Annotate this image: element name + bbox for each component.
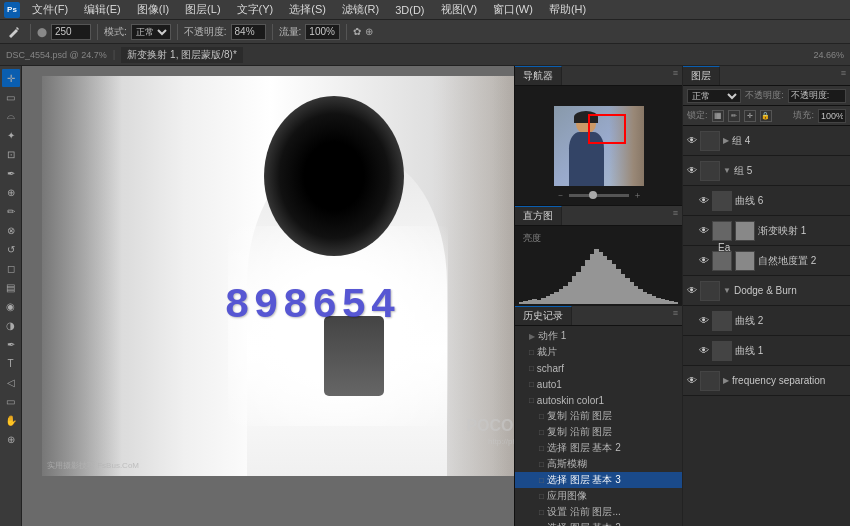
right-panels: 导航器 ≡ [514,66,682,526]
menu-view[interactable]: 视图(V) [437,1,482,18]
layer-item[interactable]: 👁 自然地度置 2 [683,246,850,276]
gradient-tool[interactable]: ▤ [2,278,20,296]
tab-history[interactable]: 历史记录 [515,306,572,325]
lock-all-btn[interactable]: 🔒 [760,110,772,122]
history-item[interactable]: □ 设置 沿前 图层... [515,504,682,520]
menu-file[interactable]: 文件(F) [28,1,72,18]
crop-tool[interactable]: ⊡ [2,145,20,163]
zoom-slider-thumb[interactable] [589,191,597,199]
dodge-tool[interactable]: ◑ [2,316,20,334]
type-tool[interactable]: T [2,354,20,372]
pen-tool[interactable]: ✒ [2,335,20,353]
brush-size-input[interactable] [51,24,91,40]
tab-histogram[interactable]: 直方图 [515,206,562,225]
layer-item[interactable]: 👁 曲线 1 [683,336,850,366]
opacity-input[interactable] [231,24,266,40]
zoom-in-icon[interactable]: ＋ [633,189,642,202]
marquee-tool[interactable]: ▭ [2,88,20,106]
history-item[interactable]: □ 应用图像 [515,488,682,504]
history-item-label: 高斯模糊 [547,457,587,471]
lock-paint-btn[interactable]: ✏ [728,110,740,122]
tab-navigator[interactable]: 导航器 [515,66,562,85]
blur-tool[interactable]: ◉ [2,297,20,315]
history-item[interactable]: □ auto1 [515,376,682,392]
menu-edit[interactable]: 编辑(E) [80,1,125,18]
histogram-menu-arrow[interactable]: ≡ [669,206,682,225]
history-brush-tool[interactable]: ↺ [2,240,20,258]
layer-eye-icon[interactable]: 👁 [687,135,697,146]
opacity-value-input[interactable] [788,89,846,103]
mode-select[interactable]: 正常 [131,24,171,40]
tab-label[interactable]: 新变换射 1, 图层蒙版/8)* [121,47,242,63]
menu-select[interactable]: 选择(S) [285,1,330,18]
lasso-tool[interactable]: ⌓ [2,107,20,125]
move-tool[interactable]: ✛ [2,69,20,87]
layer-eye-icon[interactable]: 👁 [699,225,709,236]
history-item[interactable]: □ 高斯模糊 [515,456,682,472]
menu-window[interactable]: 窗口(W) [489,1,537,18]
airbrush-icon[interactable]: ✿ [353,26,361,37]
history-item[interactable]: □ 选择 图层 基本 2 [515,520,682,526]
layer-item[interactable]: 👁 曲线 2 [683,306,850,336]
history-item[interactable]: □ 选择 图层 基本 3 [515,472,682,488]
shape-tool[interactable]: ▭ [2,392,20,410]
layer-eye-icon[interactable]: 👁 [699,315,709,326]
history-item[interactable]: ▶ 动作 1 [515,328,682,344]
brush-tool-icon[interactable] [4,24,24,40]
flow-input[interactable] [305,24,340,40]
layer-thumb [712,311,732,331]
eraser-tool[interactable]: ◻ [2,259,20,277]
menu-filter[interactable]: 滤镜(R) [338,1,383,18]
layer-eye-icon[interactable]: 👁 [699,345,709,356]
menu-image[interactable]: 图像(I) [133,1,173,18]
photo-canvas[interactable]: 898654 POCO 摄影专题 http://photo.poco.cn/ 实… [42,76,514,476]
menu-bar: Ps 文件(F) 编辑(E) 图像(I) 图层(L) 文字(Y) 选择(S) 滤… [0,0,850,20]
canvas-area[interactable]: 898654 POCO 摄影专题 http://photo.poco.cn/ 实… [22,66,514,526]
menu-text[interactable]: 文字(Y) [233,1,278,18]
layer-eye-icon[interactable]: 👁 [699,255,709,266]
tab-layers[interactable]: 图层 [683,66,720,85]
pressure-icon[interactable]: ⊕ [365,26,373,37]
lock-transparent-btn[interactable]: ▦ [712,110,724,122]
layer-item[interactable]: 👁 曲线 6 [683,186,850,216]
menu-help[interactable]: 帮助(H) [545,1,590,18]
history-menu-arrow[interactable]: ≡ [669,306,682,325]
poco-main-text: POCO 摄影专题 [466,416,514,437]
layer-item[interactable]: 👁 ▶ frequency separation [683,366,850,396]
history-item[interactable]: □ 复制 沿前 图层 [515,424,682,440]
layer-item[interactable]: 👁 渐变映射 1 [683,216,850,246]
zoom-out-icon[interactable]: － [556,189,565,202]
layer-item[interactable]: 👁 ▼ Dodge & Burn [683,276,850,306]
history-item-icon: □ [539,412,544,421]
history-item[interactable]: □ scharf [515,360,682,376]
histogram-bar [674,302,678,304]
poco-url-text: http://photo.poco.cn/ [466,437,514,446]
history-item[interactable]: □ 裁片 [515,344,682,360]
layer-eye-icon[interactable]: 👁 [687,165,697,176]
history-item[interactable]: □ 选择 图层 基本 2 [515,440,682,456]
history-item[interactable]: □ 复制 沿前 图层 [515,408,682,424]
wand-tool[interactable]: ✦ [2,126,20,144]
clone-tool[interactable]: ⊗ [2,221,20,239]
menu-3d[interactable]: 3D(D) [391,3,428,17]
blend-mode-select[interactable]: 正常 [687,89,741,103]
heal-tool[interactable]: ⊕ [2,183,20,201]
history-item[interactable]: □ autoskin color1 [515,392,682,408]
brush-tool[interactable]: ✏ [2,202,20,220]
menu-layer[interactable]: 图层(L) [181,1,224,18]
eyedropper-tool[interactable]: ✒ [2,164,20,182]
zoom-tool[interactable]: ⊕ [2,430,20,448]
path-tool[interactable]: ◁ [2,373,20,391]
lock-move-btn[interactable]: ✛ [744,110,756,122]
panel-menu-arrow[interactable]: ≡ [669,66,682,85]
layer-eye-icon[interactable]: 👁 [687,375,697,386]
layer-item[interactable]: 👁 ▶ 组 4 [683,126,850,156]
layers-menu-arrow[interactable]: ≡ [837,66,850,85]
layer-eye-icon[interactable]: 👁 [687,285,697,296]
zoom-slider[interactable] [569,194,629,197]
layer-thumb [700,371,720,391]
layer-eye-icon[interactable]: 👁 [699,195,709,206]
fill-value-input[interactable] [818,109,846,123]
layer-item[interactable]: 👁 ▼ 组 5 [683,156,850,186]
hand-tool[interactable]: ✋ [2,411,20,429]
